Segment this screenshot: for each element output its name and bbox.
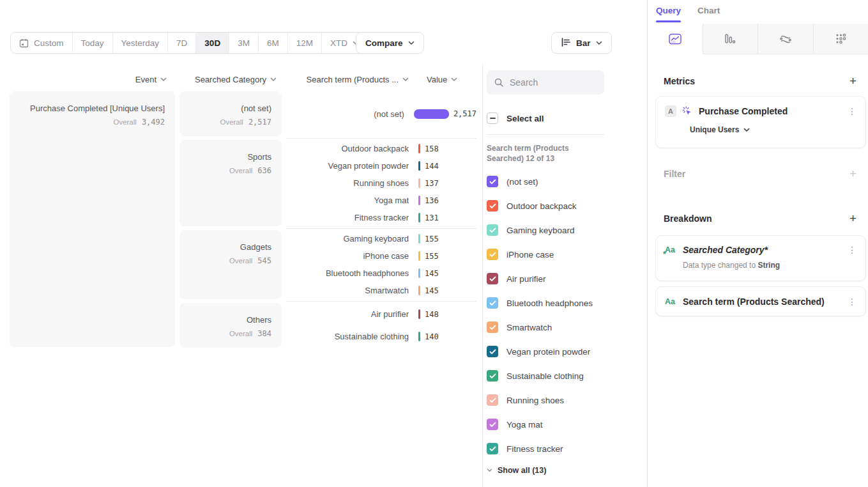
legend-item[interactable]: Bluetooth headphones <box>487 291 604 315</box>
legend-item[interactable]: Gaming keyboard <box>487 218 604 242</box>
term-label: Outdoor backpack <box>286 144 409 153</box>
sidebar-tabs: Query Chart <box>656 6 720 15</box>
date-range-group: CustomTodayYesterday7D30D3M6M12MXTD <box>10 32 368 54</box>
add-metric-button[interactable]: + <box>849 75 857 87</box>
active-tab-underline <box>656 20 681 22</box>
series-checkbox[interactable] <box>487 200 498 212</box>
add-breakdown-button[interactable]: + <box>849 213 857 224</box>
search-input[interactable] <box>487 70 604 95</box>
date-range-12m[interactable]: 12M <box>288 33 322 53</box>
term-row[interactable]: Gaming keyboard155 <box>286 232 476 246</box>
insights-icon <box>669 33 681 45</box>
legend-item[interactable]: Smartwatch <box>487 315 604 339</box>
term-row[interactable]: Air purifier148 <box>286 307 476 321</box>
term-row[interactable]: Running shoes137 <box>286 176 476 190</box>
event-cell[interactable]: Purchase Completed [Unique Users] Overal… <box>10 91 175 347</box>
date-range-7d[interactable]: 7D <box>168 33 196 53</box>
check-icon <box>489 252 496 258</box>
term-row[interactable]: Yoga mat136 <box>286 194 476 208</box>
term-row[interactable]: Smartwatch145 <box>286 284 476 298</box>
category-cell[interactable]: (not set)Overall2,517 <box>179 91 282 136</box>
column-header-searched-category[interactable]: Searched Category <box>179 73 277 86</box>
date-range-3m[interactable]: 3M <box>229 33 259 53</box>
tab-query[interactable]: Query <box>656 6 681 15</box>
legend-item[interactable]: Air purifier <box>487 267 604 291</box>
aggregation-dropdown[interactable]: Unique Users <box>690 125 857 134</box>
legend-item[interactable]: Yoga mat <box>487 412 604 437</box>
show-all-toggle[interactable]: Show all (13) <box>487 466 604 475</box>
term-row[interactable]: (not set)2,517 <box>286 107 476 121</box>
term-label: (not set) <box>286 109 404 119</box>
tab-insights[interactable] <box>648 24 703 54</box>
term-row[interactable]: Sustainable clothing140 <box>286 330 476 344</box>
series-checkbox[interactable] <box>487 224 498 236</box>
legend-item[interactable]: (not set) <box>487 169 604 194</box>
breakdown-card-search-term[interactable]: Aa Search term (Products Searched) ⋮ <box>655 286 866 316</box>
term-row[interactable]: Vegan protein powder144 <box>286 159 476 173</box>
legend-item[interactable]: Fitness tracker <box>487 437 604 461</box>
legend-item[interactable]: Sustainable clothing <box>487 364 604 388</box>
category-column: (not set)Overall2,517SportsOverall636Gad… <box>179 91 282 348</box>
term-label: Sustainable clothing <box>286 332 409 341</box>
breakdown-header: Breakdown + <box>664 213 857 224</box>
breakdown-kebab-menu[interactable]: ⋮ <box>848 297 857 306</box>
app-root: CustomTodayYesterday7D30D3M6M12MXTD Comp… <box>0 0 868 487</box>
series-checkbox[interactable] <box>487 443 498 454</box>
analysis-type-tabs <box>648 24 868 54</box>
event-name: Purchase Completed [Unique Users] <box>20 103 165 114</box>
series-checkbox[interactable] <box>487 273 498 284</box>
legend-item[interactable]: Vegan protein powder <box>487 339 604 364</box>
date-range-yesterday[interactable]: Yesterday <box>113 33 169 53</box>
column-header-event[interactable]: Event <box>10 73 167 86</box>
category-cell[interactable]: SportsOverall636 <box>179 140 282 226</box>
series-label: Fitness tracker <box>506 444 563 454</box>
value-bar <box>418 213 420 222</box>
date-range-custom[interactable]: Custom <box>11 33 73 53</box>
term-value: 158 <box>425 144 439 153</box>
tab-retention[interactable] <box>813 24 868 54</box>
legend-item[interactable]: Running shoes <box>487 388 604 412</box>
term-row[interactable]: Outdoor backpack158 <box>286 142 476 156</box>
chevron-down-icon <box>160 77 167 82</box>
series-checkbox[interactable] <box>487 321 498 333</box>
tab-chart[interactable]: Chart <box>697 6 720 15</box>
term-label: Running shoes <box>286 178 409 188</box>
check-icon <box>489 276 496 282</box>
select-all-row[interactable]: Select all <box>487 112 604 125</box>
tab-funnels[interactable] <box>703 24 758 54</box>
metric-card[interactable]: A Purchase Completed ⋮ Unique Users <box>655 96 866 148</box>
legend-item[interactable]: iPhone case <box>487 242 604 267</box>
term-value: 131 <box>425 213 439 222</box>
add-filter-button[interactable]: + <box>849 168 857 180</box>
breakdown-card-searched-category[interactable]: Aa* Searched Category* ⋮ Data type chang… <box>655 235 866 281</box>
tab-flows[interactable] <box>758 24 813 54</box>
term-label: Air purifier <box>286 309 409 319</box>
series-checkbox[interactable] <box>487 346 498 357</box>
series-checkbox[interactable] <box>487 370 498 382</box>
term-label: Bluetooth headphones <box>286 268 409 278</box>
series-checkbox[interactable] <box>487 176 498 187</box>
legend-item[interactable]: Outdoor backpack <box>487 194 604 218</box>
category-cell[interactable]: GadgetsOverall545 <box>179 230 282 299</box>
term-value: 155 <box>425 252 439 261</box>
column-header-value[interactable]: Value <box>427 73 476 86</box>
compare-button[interactable]: Compare <box>356 32 424 54</box>
date-range-6m[interactable]: 6M <box>259 33 288 53</box>
term-row[interactable]: iPhone case155 <box>286 249 476 263</box>
date-range-today[interactable]: Today <box>73 33 113 53</box>
term-row[interactable]: Fitness tracker131 <box>286 211 476 225</box>
chart-type-selector[interactable]: Bar <box>551 32 612 54</box>
category-cell[interactable]: OthersOverall384 <box>179 303 282 348</box>
term-value: 145 <box>425 269 439 278</box>
column-header-search-term[interactable]: Search term (Products ... <box>286 73 409 86</box>
breakdown-kebab-menu[interactable]: ⋮ <box>848 245 857 254</box>
date-range-30d[interactable]: 30D <box>196 33 229 53</box>
metric-kebab-menu[interactable]: ⋮ <box>848 107 857 116</box>
series-checkbox[interactable] <box>487 297 498 309</box>
series-checkbox[interactable] <box>487 394 498 406</box>
series-checkbox[interactable] <box>487 249 498 260</box>
select-all-checkbox[interactable] <box>487 112 498 124</box>
term-row[interactable]: Bluetooth headphones145 <box>286 267 476 281</box>
series-checkbox[interactable] <box>487 419 498 430</box>
term-label: iPhone case <box>286 251 409 261</box>
